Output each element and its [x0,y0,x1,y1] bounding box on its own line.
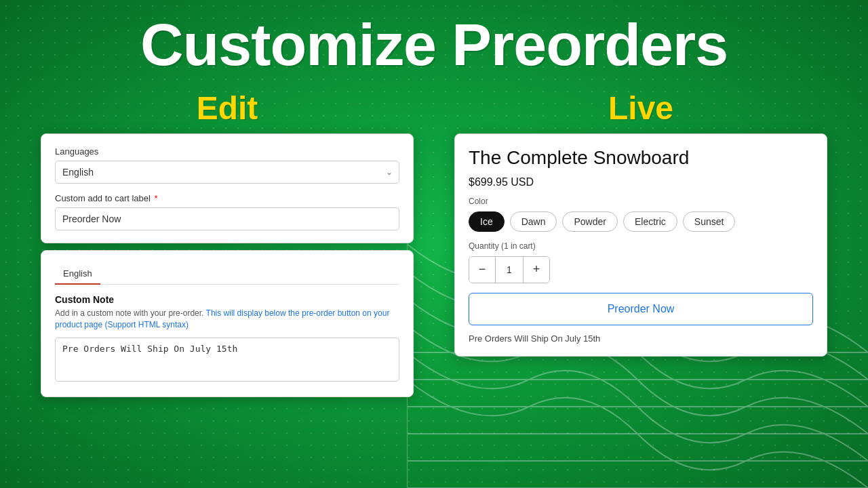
color-btn-dawn[interactable]: Dawn [510,211,557,232]
tab-english[interactable]: English [55,263,100,284]
custom-note-title: Custom Note [55,294,399,305]
quantity-label: Quantity (1 in cart) [469,241,813,251]
custom-note-textarea[interactable]: Pre Orders Will Ship On July 15th [55,338,399,382]
custom-label-field-label: Custom add to cart label * [55,193,399,203]
product-title: The Complete Snowboard [469,146,813,169]
edit-label: Edit [197,89,258,127]
custom-note-description: Add in a custom note with your pre-order… [55,308,399,331]
quantity-value: 1 [495,257,524,283]
tab-bar: English [55,263,399,285]
live-label: Live [608,89,673,127]
color-btn-ice[interactable]: Ice [469,211,505,232]
ship-note: Pre Orders Will Ship On July 15th [469,333,813,344]
custom-label-input[interactable] [55,207,399,230]
color-label: Color [469,197,813,206]
edit-column: Edit Languages English French Spanish ⌄ … [41,89,414,397]
quantity-increase-button[interactable]: + [524,257,549,283]
color-options: Ice Dawn Powder Electric Sunset [469,211,813,232]
quantity-control: − 1 + [469,256,550,283]
color-btn-sunset[interactable]: Sunset [683,211,736,232]
languages-field-label: Languages [55,146,399,157]
product-price: $699.95 USD [469,176,813,188]
custom-note-card: English Custom Note Add in a custom note… [41,250,414,397]
language-select[interactable]: English French Spanish [55,161,399,184]
language-select-wrapper: English French Spanish ⌄ [55,161,399,184]
page-title: Customize Preorders [140,14,728,76]
color-btn-powder[interactable]: Powder [562,211,617,232]
languages-card: Languages English French Spanish ⌄ Custo… [41,134,414,243]
color-btn-electric[interactable]: Electric [623,211,677,232]
preorder-button[interactable]: Preorder Now [469,293,813,325]
live-column: Live The Complete Snowboard $699.95 USD … [454,89,827,357]
quantity-decrease-button[interactable]: − [469,257,495,283]
required-asterisk: * [152,193,158,203]
product-card: The Complete Snowboard $699.95 USD Color… [454,134,827,357]
